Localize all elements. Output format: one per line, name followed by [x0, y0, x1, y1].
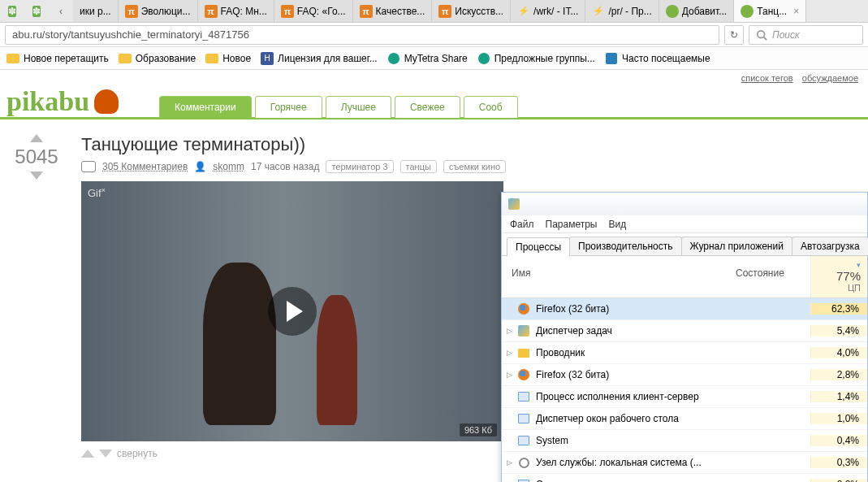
tab-processes[interactable]: Процессы [507, 237, 570, 256]
browser-tab[interactable]: Добавит... [659, 0, 734, 22]
bookmark-label: MyTetra Share [404, 53, 468, 64]
nav-tab-community[interactable]: Сооб [464, 96, 518, 118]
favicon [666, 5, 679, 18]
process-row[interactable]: Диспетчер окон рабочего стола1,0% [502, 408, 867, 430]
process-cpu: 2,8% [810, 369, 867, 380]
expand-icon[interactable]: ▷ [502, 349, 516, 357]
site-logo[interactable]: pikabu [6, 86, 119, 117]
tab-label: Качестве... [376, 6, 425, 17]
top-links: список тегов обсуждаемое [735, 73, 858, 83]
tab-performance[interactable]: Производительность [569, 237, 681, 255]
comments-link[interactable]: 305 Комментариев [102, 161, 188, 172]
gif-player[interactable]: Gif× 963 Кб [81, 181, 503, 441]
url-input[interactable]: abu.ru/story/tantsuyushchie_terminatoryi… [5, 25, 719, 45]
process-cpu: 0,4% [810, 435, 867, 446]
browser-tab[interactable]: πКачестве... [353, 0, 433, 22]
browser-tab[interactable]: πFAQ: Мн... [198, 0, 274, 22]
col-cpu[interactable]: ▾ 77% ЦП [810, 256, 867, 297]
bookmark-item[interactable]: Часто посещаемые [605, 52, 710, 65]
menu-file[interactable]: Файл [510, 219, 534, 230]
search-input[interactable]: Поиск [749, 25, 863, 45]
browser-tab[interactable]: ⚡/wrk/ - IT... [511, 0, 585, 22]
process-row[interactable]: Firefox (32 бита)62,3% [502, 298, 867, 320]
menu-options[interactable]: Параметры [546, 219, 598, 230]
expand-icon[interactable]: ▷ [502, 458, 516, 467]
tab-control-right[interactable]: ✽ [24, 0, 49, 22]
post-tag[interactable]: танцы [400, 160, 437, 173]
site-icon [605, 52, 618, 65]
browser-tab-strip: ✽ ✽ ‹ ики р... πЭволюци... πFAQ: Мн... π… [0, 0, 868, 23]
browser-tab[interactable]: ⚡/pr/ - Пр... [585, 0, 659, 22]
reload-button[interactable]: ↻ [724, 25, 744, 45]
link-discuss[interactable]: обсуждаемое [802, 73, 858, 83]
author-link[interactable]: skomm [213, 161, 244, 172]
taskmgr-icon [508, 198, 520, 210]
close-icon[interactable]: × [793, 6, 799, 17]
bookmark-item[interactable]: Новое [205, 52, 251, 65]
process-name: System [536, 435, 729, 446]
process-row[interactable]: ▷Firefox (32 бита)2,8% [502, 364, 867, 386]
gif-badge: Gif× [88, 186, 106, 199]
nav-back[interactable]: ‹ [49, 0, 73, 22]
expand-icon[interactable]: ▷ [502, 327, 516, 335]
process-row[interactable]: System0,4% [502, 430, 867, 452]
bookmark-item[interactable]: HЛицензия для вашег... [261, 52, 378, 65]
tab-label: Искусств... [455, 6, 503, 17]
favicon: π [125, 5, 138, 18]
process-icon [516, 324, 531, 337]
process-cpu: 4,0% [810, 347, 867, 358]
nav-tab-comments[interactable]: Комментарии [159, 96, 252, 118]
browser-tab[interactable]: πИскусств... [432, 0, 511, 22]
bookmark-label: Новое [222, 53, 251, 64]
nav-tab-best[interactable]: Лучшее [326, 96, 391, 118]
bookmark-item[interactable]: MyTetra Share [387, 52, 468, 65]
post-tag[interactable]: съемки кино [443, 160, 506, 173]
bookmark-item[interactable]: Образование [119, 52, 196, 65]
task-manager-window: Файл Параметры Вид Процессы Производител… [501, 192, 868, 482]
col-name[interactable]: Имя [502, 256, 729, 297]
browser-tab[interactable]: πFAQ: «Го... [274, 0, 353, 22]
process-row[interactable]: Системные прерывания0,2% [502, 474, 867, 482]
tab-label: Эволюци... [141, 6, 191, 17]
process-row[interactable]: ▷Узел службы: локальная система (...0,3% [502, 452, 867, 474]
bookmark-item[interactable]: Предложные группы... [477, 52, 595, 65]
process-icon [516, 390, 531, 403]
gif-size: 963 Кб [460, 423, 497, 436]
process-name: Firefox (32 бита) [536, 303, 729, 315]
sort-indicator-icon: ▾ [818, 261, 861, 269]
process-cpu: 5,4% [810, 325, 867, 337]
nav-tab-hot[interactable]: Горячее [255, 96, 322, 118]
process-name: Проводник [536, 347, 729, 358]
favicon [741, 5, 754, 18]
menu-bar: Файл Параметры Вид [502, 215, 867, 233]
upvote-button[interactable] [30, 134, 43, 142]
play-button[interactable] [268, 287, 317, 336]
tab-startup[interactable]: Автозагрузка [792, 237, 868, 255]
post-tag[interactable]: терминатор 3 [326, 160, 393, 173]
expand-icon[interactable]: ▷ [502, 371, 516, 379]
process-name: Диспетчер задач [536, 325, 729, 337]
process-row[interactable]: ▷Диспетчер задач5,4% [502, 320, 867, 342]
folder-icon [119, 52, 132, 65]
downvote-button[interactable] [30, 172, 43, 180]
browser-tab-active[interactable]: Танц...× [734, 0, 806, 22]
process-cpu: 0,3% [810, 457, 867, 468]
tab-control-left[interactable]: ✽ [0, 0, 24, 22]
browser-tab[interactable]: πЭволюци... [119, 0, 198, 22]
process-name: Процесс исполнения клиент-сервер [536, 391, 729, 402]
process-icon [516, 478, 531, 482]
window-titlebar[interactable] [502, 193, 867, 215]
col-state[interactable]: Состояние [729, 256, 810, 297]
nav-tab-fresh[interactable]: Свежее [395, 96, 460, 118]
favicon: ⚡ [592, 5, 605, 18]
browser-tab[interactable]: ики р... [73, 0, 119, 22]
tab-label: FAQ: Мн... [221, 6, 267, 17]
menu-view[interactable]: Вид [608, 219, 626, 230]
link-tags[interactable]: список тегов [741, 73, 793, 83]
tab-apphistory[interactable]: Журнал приложений [681, 237, 792, 255]
bookmark-label: Предложные группы... [494, 53, 595, 64]
process-row[interactable]: Процесс исполнения клиент-сервер1,4% [502, 386, 867, 408]
bookmark-item[interactable]: Новое перетащить [6, 52, 109, 65]
favicon: π [205, 5, 218, 18]
process-row[interactable]: ▷Проводник4,0% [502, 342, 867, 364]
